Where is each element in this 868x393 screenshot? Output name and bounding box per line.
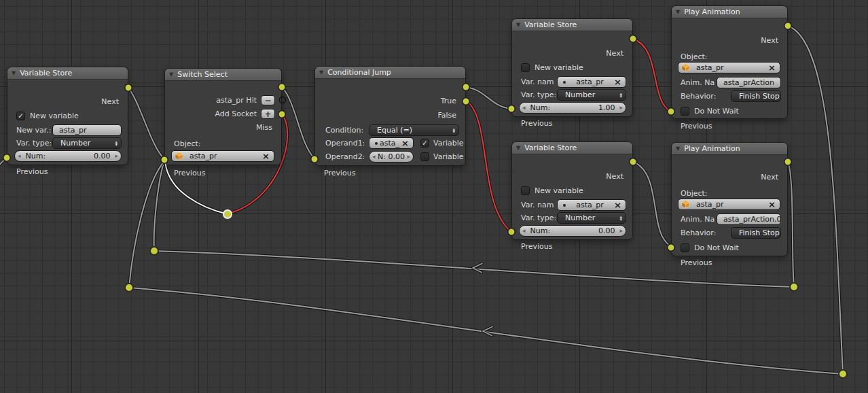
number-slider[interactable]: ◂Num:0.00▸ xyxy=(519,225,626,237)
dropdown-arrows-icon[interactable]: ▴▾ xyxy=(780,94,781,99)
reroute-right-bottom[interactable] xyxy=(839,370,847,378)
node-header[interactable]: ▼Variable Store xyxy=(7,67,128,80)
checkbox-variable[interactable]: ✓ xyxy=(420,152,429,161)
dropdown-vartype[interactable]: Number▴▾ xyxy=(557,89,626,101)
dropdown-vartype[interactable]: Number▴▾ xyxy=(52,137,122,149)
node-header[interactable]: ▼Variable Store xyxy=(512,19,632,31)
clear-field-icon[interactable]: × xyxy=(613,78,623,86)
play-animation-1-previous-socket[interactable] xyxy=(668,108,674,115)
object-id-field[interactable]: asta_pr× xyxy=(171,150,274,162)
node-header[interactable]: ▼Switch Select xyxy=(165,69,281,81)
reroute-miss-loop[interactable] xyxy=(223,210,232,218)
text-field[interactable]: asta_pr× xyxy=(557,76,626,88)
checkbox-new-variable[interactable]: ✓ xyxy=(521,63,530,72)
collapse-triangle-icon[interactable]: ▼ xyxy=(676,146,680,152)
dropdown-vartype[interactable]: Number▴▾ xyxy=(557,212,626,224)
conditional-jump-row-operand: Operand1:asta_×✓Variable xyxy=(315,137,465,149)
operand-slider[interactable]: ◂N: 0.00▸ xyxy=(369,151,414,163)
slider-right-arrow-icon[interactable]: ▸ xyxy=(407,154,410,160)
collapse-triangle-icon[interactable]: ▼ xyxy=(516,146,520,151)
object-id-field[interactable]: asta_pr× xyxy=(678,199,780,210)
reroute-left-upper[interactable] xyxy=(150,247,158,255)
wire-cj-false__vs3-previous[interactable] xyxy=(466,101,511,232)
variable-store-3-previous-socket[interactable] xyxy=(508,228,515,235)
switch-select-asta-pr-hit-socket[interactable] xyxy=(278,84,285,90)
node-variable-store-1[interactable]: ▼Variable StoreNext✓New variableNew var.… xyxy=(7,67,128,165)
slider-right-arrow-icon[interactable]: ▸ xyxy=(619,228,623,234)
text-field[interactable]: asta_prAction xyxy=(717,77,781,88)
wire-vs1-next__ss-previous[interactable] xyxy=(128,88,164,159)
wire-reroute-left-lower__ss-previous[interactable] xyxy=(129,161,164,288)
checkbox-variable[interactable]: ✓ xyxy=(420,139,429,148)
variable-store-2-previous-socket[interactable] xyxy=(508,105,515,112)
node-switch-select[interactable]: ▼Switch Selectasta_pr Hit−Add Socket+Mis… xyxy=(164,68,282,165)
wire-reroute-left-upper__ss-previous[interactable] xyxy=(154,161,164,251)
operand-field[interactable]: asta_× xyxy=(369,137,414,149)
play-animation-1-next-socket[interactable] xyxy=(784,22,791,29)
dropdown-arrows-icon[interactable]: ▴▾ xyxy=(113,141,120,146)
clear-field-icon[interactable]: × xyxy=(400,139,410,148)
reroute-left-lower[interactable] xyxy=(125,284,133,292)
slider-right-arrow-icon[interactable]: ▸ xyxy=(619,105,623,111)
wire-vs3-next__pa2-previous[interactable] xyxy=(633,162,671,246)
widget-label: Operand1: xyxy=(325,139,369,148)
variable-store-1-next-socket[interactable] xyxy=(125,84,132,91)
node-conditional-jump[interactable]: ▼Conditional JumpTrueFalseCondition:Equa… xyxy=(314,66,466,166)
clear-object-icon[interactable]: × xyxy=(767,200,777,209)
slider-right-arrow-icon[interactable]: ▸ xyxy=(115,153,118,159)
dropdown-condition[interactable]: Equal (=)▴▾ xyxy=(369,124,459,136)
node-header[interactable]: ▼Play Animation xyxy=(672,143,787,155)
collapse-triangle-icon[interactable]: ▼ xyxy=(319,70,323,75)
clear-field-icon[interactable]: × xyxy=(613,201,623,209)
dropdown-arrows-icon[interactable]: ▴▾ xyxy=(617,92,624,98)
conditional-jump-true-socket[interactable] xyxy=(463,84,469,90)
node-editor-canvas[interactable]: ▼Variable StoreNext✓New variableNew var.… xyxy=(0,0,868,393)
collapse-triangle-icon[interactable]: ▼ xyxy=(676,10,680,15)
checkbox-do-not-wait[interactable]: ✓ xyxy=(681,107,689,116)
checkbox-new-variable[interactable]: ✓ xyxy=(521,186,530,195)
wire-pa1-next__reroute-right-bottom[interactable] xyxy=(788,26,843,373)
text-field[interactable]: asta_prAction.001 xyxy=(717,213,781,225)
object-id-field[interactable]: asta_pr× xyxy=(678,62,780,73)
switch-select-miss-socket[interactable] xyxy=(278,111,285,118)
node-header[interactable]: ▼Play Animation xyxy=(672,6,787,18)
reroute-right-mid[interactable] xyxy=(790,283,798,291)
play-animation-2-previous-socket[interactable] xyxy=(668,244,674,251)
clear-object-icon[interactable]: × xyxy=(261,152,271,160)
clear-object-icon[interactable]: × xyxy=(767,63,777,72)
dropdown-arrows-icon[interactable]: ▴▾ xyxy=(450,128,457,133)
play-animation-2-next-socket[interactable] xyxy=(784,158,791,165)
node-variable-store-2[interactable]: ▼Variable StoreNext✓New variableVar. nam… xyxy=(511,18,633,117)
conditional-jump-previous-socket[interactable] xyxy=(311,156,318,163)
wire-vs2-next__pa1-previous[interactable] xyxy=(633,39,671,112)
minus-button[interactable]: − xyxy=(261,95,275,105)
plus-button[interactable]: + xyxy=(261,109,275,119)
node-play-animation-2[interactable]: ▼Play AnimationNextObject:asta_pr×Anim. … xyxy=(671,142,788,256)
wire-reroute-right-bottom__reroute-left-lower[interactable] xyxy=(129,288,843,374)
variable-store-1-previous-socket[interactable] xyxy=(3,154,10,161)
collapse-triangle-icon[interactable]: ▼ xyxy=(169,72,173,78)
node-header[interactable]: ▼Variable Store xyxy=(512,142,632,154)
node-play-animation-1[interactable]: ▼Play AnimationNextObject:asta_pr×Anim. … xyxy=(671,5,788,119)
collapse-triangle-icon[interactable]: ▼ xyxy=(516,22,520,28)
collapse-triangle-icon[interactable]: ▼ xyxy=(12,71,16,76)
dropdown-arrows-icon[interactable]: ▴▾ xyxy=(780,230,781,236)
checkbox-do-not-wait[interactable]: ✓ xyxy=(681,243,689,252)
checkbox-new-variable[interactable]: ✓ xyxy=(16,112,25,120)
switch-select-previous-socket[interactable] xyxy=(161,156,168,163)
node-header[interactable]: ▼Conditional Jump xyxy=(315,67,465,79)
dropdown-behavior[interactable]: Finish Stop▴▾ xyxy=(731,227,781,239)
conditional-jump-false-socket[interactable] xyxy=(463,98,469,105)
wire-ss-hit__cj-previous[interactable] xyxy=(282,87,314,158)
dropdown-arrows-icon[interactable]: ▴▾ xyxy=(617,216,624,221)
node-variable-store-3[interactable]: ▼Variable StoreNext✓New variableVar. nam… xyxy=(511,141,633,240)
dropdown-behavior[interactable]: Finish Stop▴▾ xyxy=(731,90,781,102)
number-slider[interactable]: ◂Num:0.00▸ xyxy=(14,150,122,162)
text-field[interactable]: asta_pr xyxy=(52,124,122,136)
number-slider[interactable]: ◂Num:1.00▸ xyxy=(519,102,626,114)
variable-store-2-next-socket[interactable] xyxy=(630,35,636,42)
wire-cj-true__vs2-previous[interactable] xyxy=(466,87,511,109)
text-field[interactable]: asta_pr× xyxy=(557,199,626,211)
wire-pa2-next__reroute-right-mid[interactable] xyxy=(788,162,794,286)
variable-store-3-next-socket[interactable] xyxy=(630,158,636,165)
